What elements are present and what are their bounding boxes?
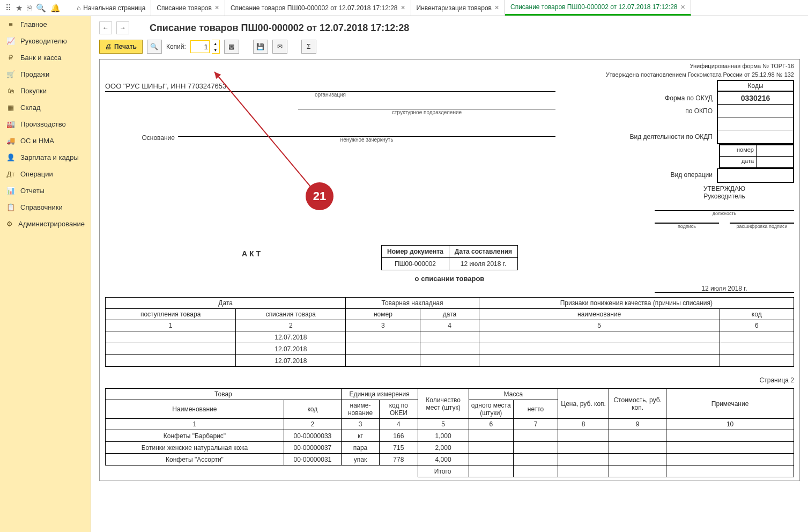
spin-up[interactable]: ▲ <box>212 40 219 47</box>
sum-button[interactable]: Σ <box>301 40 316 54</box>
tab[interactable]: Списание товаров ПШ00-000002 от 12.07.20… <box>225 0 411 16</box>
okud-label: Форма по ОКУД <box>665 92 713 105</box>
tab-label: Списание товаров <box>157 4 212 12</box>
search-icon[interactable]: 🔍 <box>36 3 46 13</box>
okpo-label: по ОКПО <box>685 105 713 117</box>
tab[interactable]: Списание товаров ПШ00-000002 от 12.07.20… <box>505 0 691 16</box>
sidebar-label: Производство <box>20 120 66 128</box>
tab[interactable]: Инвентаризация товаров✕ <box>411 0 505 16</box>
bell-icon[interactable]: 🔔 <box>50 3 61 13</box>
mail-button[interactable]: ✉ <box>272 40 287 54</box>
table-row: Конфеты "Барбарис"00-00000033кг1661,000 <box>106 430 794 442</box>
sidebar-icon: ≡ <box>6 20 15 28</box>
tab[interactable]: ⌂Начальная страница <box>66 0 151 16</box>
sidebar-icon: 🏭 <box>6 120 15 128</box>
table-row: 12.07.2018 <box>106 331 794 343</box>
save-button[interactable]: 💾 <box>253 40 268 54</box>
tab[interactable]: Списание товаров✕ <box>151 0 225 16</box>
nav-fwd-button[interactable]: → <box>116 21 129 34</box>
sidebar-label: Покупки <box>20 87 47 95</box>
oper-value <box>718 169 793 182</box>
okdp-value <box>718 130 793 143</box>
sidebar-item[interactable]: 🚚ОС и НМА <box>0 132 91 149</box>
pin-icon[interactable]: ⎘ <box>27 3 32 12</box>
mini-date-label: дата <box>720 157 757 167</box>
approve-title: УТВЕРЖДАЮ <box>655 185 794 193</box>
sidebar-icon: ▦ <box>6 104 15 112</box>
approve-sign-cap: подпись <box>655 224 719 229</box>
sidebar-icon: 🚚 <box>6 137 15 145</box>
sidebar-item[interactable]: ▦Склад <box>0 99 91 116</box>
approve-block: УТВЕРЖДАЮ Руководитель должность подпись… <box>655 185 794 229</box>
settings-button[interactable]: ▩ <box>224 40 239 54</box>
sidebar-item[interactable]: 🏭Производство <box>0 116 91 132</box>
docnum-table: Номер документаДата составления ПШ00-000… <box>381 245 518 270</box>
sidebar: ≡Главное📈Руководителю₽Банк и касса🛒Прода… <box>0 16 91 532</box>
sidebar-item[interactable]: 📈Руководителю <box>0 33 91 49</box>
sidebar-item[interactable]: ≡Главное <box>0 16 91 33</box>
sidebar-item[interactable]: 👤Зарплата и кадры <box>0 149 91 166</box>
annotation-marker: 21 <box>306 182 333 210</box>
page-title: Списание товаров ПШ00-000002 от 12.07.20… <box>150 23 409 34</box>
close-icon[interactable]: ✕ <box>214 4 219 11</box>
tabs: ⌂Начальная страницаСписание товаров✕Спис… <box>66 0 808 16</box>
table2: Товар Единица измерения Количество мест … <box>105 388 794 477</box>
sidebar-item[interactable]: 📊Отчеты <box>0 182 91 199</box>
spin-down[interactable]: ▼ <box>212 47 219 53</box>
print-button[interactable]: 🖨 Печать <box>99 40 143 54</box>
sidebar-icon: ₽ <box>6 54 15 62</box>
close-icon[interactable]: ✕ <box>494 4 499 11</box>
sidebar-label: Склад <box>20 104 41 112</box>
sidebar-item[interactable]: ДтОперации <box>0 166 91 182</box>
sidebar-item[interactable]: 🛒Продажи <box>0 66 91 83</box>
okdp-label: Вид деятельности по ОКДП <box>629 130 713 143</box>
sidebar-label: Справочники <box>20 203 63 211</box>
table-row: 12.07.2018 <box>106 343 794 355</box>
tab-label: Начальная страница <box>83 4 145 12</box>
apps-icon[interactable]: ⠿ <box>5 3 11 13</box>
sidebar-item[interactable]: 🛍Покупки <box>0 83 91 99</box>
oper-label: Вид операции <box>670 168 713 181</box>
sidebar-item[interactable]: ₽Банк и касса <box>0 49 91 66</box>
basis-caption: ненужное зачеркнуть <box>178 137 555 143</box>
copies-label: Копий: <box>166 43 186 50</box>
toolbar: 🖨 Печать 🔍 Копий: ▲▼ ▩ 💾 ✉ Σ <box>99 40 800 54</box>
close-icon[interactable]: ✕ <box>401 4 405 11</box>
sidebar-icon: ⚙ <box>6 220 13 228</box>
content: ← → Списание товаров ПШ00-000002 от 12.0… <box>91 16 808 532</box>
sidebar-label: ОС и НМА <box>20 137 54 145</box>
form-header1: Унифицированная форма № ТОРГ-16 <box>105 63 794 69</box>
print-label: Печать <box>114 43 137 50</box>
dept-line <box>298 100 555 109</box>
mini-num-label: номер <box>720 145 757 156</box>
copies-input[interactable] <box>190 40 210 53</box>
sidebar-item[interactable]: ⚙Администрирование <box>0 216 91 232</box>
sidebar-icon: 📈 <box>6 37 15 45</box>
table-row: Ботинки женские натуральная кожа00-00000… <box>106 442 794 454</box>
table-row: Конфеты "Ассорти"00-00000031упак7784,000 <box>106 454 794 466</box>
docnum-hdr: Номер документа <box>381 246 449 258</box>
table-row: 12.07.2018 <box>106 355 794 367</box>
sidebar-icon: 👤 <box>6 153 15 161</box>
codes-header: Коды <box>718 81 793 92</box>
table2-total: Итого <box>418 466 469 477</box>
okpo-value <box>718 105 793 117</box>
sidebar-icon: Дт <box>6 170 15 178</box>
sidebar-icon: 📋 <box>6 203 15 211</box>
form-header2: Утверждена постановлением Госкомстата Ро… <box>105 71 794 78</box>
sidebar-label: Зарплата и кадры <box>20 153 79 161</box>
tab-label: Списание товаров ПШ00-000002 от 12.07.20… <box>231 4 398 12</box>
tab-label: Инвентаризация товаров <box>417 4 492 12</box>
sidebar-label: Продажи <box>20 70 49 78</box>
close-icon[interactable]: ✕ <box>680 4 685 11</box>
sidebar-label: Операции <box>20 170 53 178</box>
star-icon[interactable]: ★ <box>16 3 23 13</box>
sidebar-label: Банк и касса <box>20 54 62 62</box>
okud-value: 0330216 <box>718 92 793 105</box>
sidebar-icon: 🛒 <box>6 70 15 78</box>
preview-button[interactable]: 🔍 <box>147 40 162 54</box>
sidebar-item[interactable]: 📋Справочники <box>0 199 91 216</box>
mini-codes: номер дата <box>719 144 794 168</box>
codes-box: Коды 0330216 <box>717 80 794 144</box>
nav-back-button[interactable]: ← <box>99 21 112 34</box>
